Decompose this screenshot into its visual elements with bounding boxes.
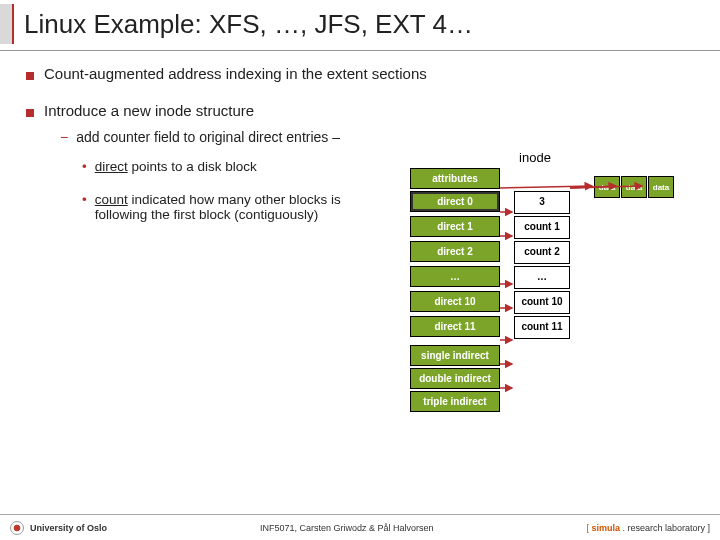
slide-title: Linux Example: XFS, …, JFS, EXT 4…	[24, 9, 473, 40]
square-bullet-icon	[26, 109, 34, 117]
count-10-box: count 10	[514, 291, 570, 314]
direct-row-ellipsis: … …	[410, 266, 710, 289]
title-accent	[0, 4, 14, 44]
sub2-bullet-1-text: direct points to a disk block	[95, 159, 257, 174]
single-indirect-box: single indirect	[410, 345, 500, 366]
count-1-box: count 1	[514, 216, 570, 239]
count-11-box: count 11	[514, 316, 570, 339]
bullet-1-text: Count-augmented address indexing in the …	[44, 65, 427, 82]
footer-left: University of Oslo	[10, 521, 107, 535]
direct-1-box: direct 1	[410, 216, 500, 237]
double-indirect-box: double indirect	[410, 368, 500, 389]
title-bar: Linux Example: XFS, …, JFS, EXT 4…	[0, 0, 720, 51]
direct-10-box: direct 10	[410, 291, 500, 312]
svg-line-0	[500, 186, 592, 188]
count-ellipsis-box: …	[514, 266, 570, 289]
inode-label: inode	[360, 150, 710, 165]
bullet-2-text: Introduce a new inode structure	[44, 102, 254, 119]
direct-row-2: direct 2 count 2	[410, 241, 710, 264]
footer-right-suffix: . research laboratory ]	[620, 523, 710, 533]
dot-bullet-icon: •	[82, 159, 87, 174]
data-box-1: data	[621, 176, 647, 198]
direct-ellipsis-box: …	[410, 266, 500, 287]
count-0-box: 3	[514, 191, 570, 214]
direct-0-box: direct 0	[410, 191, 500, 212]
footer-right: [ simula . research laboratory ]	[586, 523, 710, 533]
count-2-box: count 2	[514, 241, 570, 264]
sub-bullet-1-text: add counter field to original direct ent…	[76, 129, 340, 145]
triple-indirect-box: triple indirect	[410, 391, 500, 412]
data-box-2: data	[648, 176, 674, 198]
direct-row-10: direct 10 count 10	[410, 291, 710, 314]
footer-left-text: University of Oslo	[30, 523, 107, 533]
simula-brand: simula	[591, 523, 620, 533]
sub2-bullet-2-text: count indicated how many other blocks is…	[95, 192, 346, 222]
direct-row-1: direct 1 count 1	[410, 216, 710, 239]
footer: University of Oslo INF5071, Carsten Griw…	[0, 514, 720, 540]
sub2-bullet-1: • direct points to a disk block	[82, 159, 346, 174]
attributes-box: attributes	[410, 168, 500, 189]
inode-diagram: inode attributes direct 0 3 direct 1 cou…	[410, 150, 710, 414]
left-column: − add counter field to original direct e…	[26, 129, 346, 222]
dash-bullet-icon: −	[60, 129, 68, 145]
square-bullet-icon	[26, 72, 34, 80]
data-box-0: data	[594, 176, 620, 198]
data-blocks: data data data	[594, 176, 674, 198]
direct-row-11: direct 11 count 11	[410, 316, 710, 339]
footer-center-text: INF5071, Carsten Griwodz & Pål Halvorsen	[260, 523, 434, 533]
sub-bullet-1: − add counter field to original direct e…	[60, 129, 346, 145]
direct-2-box: direct 2	[410, 241, 500, 262]
sub2-bullet-2: • count indicated how many other blocks …	[82, 192, 346, 222]
direct-11-box: direct 11	[410, 316, 500, 337]
dot-bullet-icon: •	[82, 192, 87, 222]
bullet-1: Count-augmented address indexing in the …	[26, 65, 702, 82]
uio-logo-icon	[10, 521, 24, 535]
bullet-2: Introduce a new inode structure	[26, 102, 702, 119]
